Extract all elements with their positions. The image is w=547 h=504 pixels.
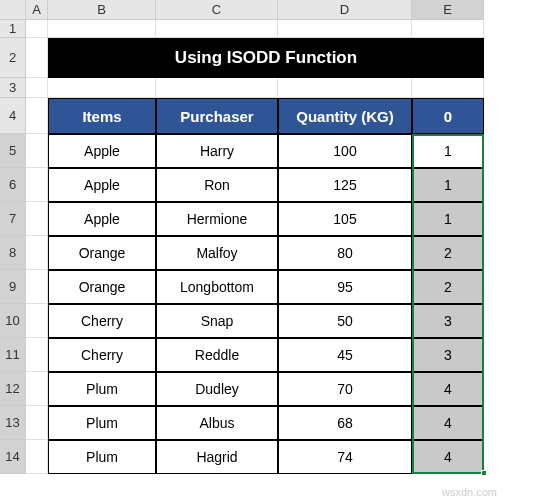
table-row: AppleHarry1001 <box>26 134 484 168</box>
cell-qty[interactable]: 74 <box>278 440 412 474</box>
column-headers: A B C D E <box>0 0 547 20</box>
row-header-14[interactable]: 14 <box>0 440 26 474</box>
cell[interactable] <box>26 20 48 38</box>
cell-purchaser[interactable]: Longbottom <box>156 270 278 304</box>
cell-qty[interactable]: 70 <box>278 372 412 406</box>
cell[interactable] <box>26 168 48 202</box>
cell-purchaser[interactable]: Snap <box>156 304 278 338</box>
cell[interactable] <box>278 20 412 38</box>
cell-idx[interactable]: 1 <box>412 202 484 236</box>
table-row: PlumAlbus684 <box>26 406 484 440</box>
table-row: OrangeLongbottom952 <box>26 270 484 304</box>
cell-qty[interactable]: 105 <box>278 202 412 236</box>
cell-purchaser[interactable]: Harry <box>156 134 278 168</box>
cell[interactable] <box>26 304 48 338</box>
header-quantity[interactable]: Quantity (KG) <box>278 98 412 134</box>
row-header-2[interactable]: 2 <box>0 38 26 78</box>
cell[interactable] <box>26 440 48 474</box>
select-all-corner[interactable] <box>0 0 26 20</box>
cell-idx[interactable]: 4 <box>412 440 484 474</box>
header-items[interactable]: Items <box>48 98 156 134</box>
cell-idx[interactable]: 1 <box>412 168 484 202</box>
row-headers: 1 2 3 4 5 6 7 8 9 10 11 12 13 14 <box>0 20 26 474</box>
cell[interactable] <box>26 236 48 270</box>
cell[interactable] <box>48 20 156 38</box>
cell[interactable] <box>26 78 48 98</box>
cell[interactable] <box>26 372 48 406</box>
table-row: AppleHermione1051 <box>26 202 484 236</box>
table-row: AppleRon1251 <box>26 168 484 202</box>
cell[interactable] <box>26 134 48 168</box>
col-header-a[interactable]: A <box>26 0 48 20</box>
cell[interactable] <box>48 78 156 98</box>
row-header-7[interactable]: 7 <box>0 202 26 236</box>
cell-qty[interactable]: 45 <box>278 338 412 372</box>
row-header-12[interactable]: 12 <box>0 372 26 406</box>
row-header-8[interactable]: 8 <box>0 236 26 270</box>
row-header-3[interactable]: 3 <box>0 78 26 98</box>
cell-qty[interactable]: 68 <box>278 406 412 440</box>
table-row: PlumDudley704 <box>26 372 484 406</box>
cell[interactable] <box>26 406 48 440</box>
cell-purchaser[interactable]: Reddle <box>156 338 278 372</box>
cell-item[interactable]: Plum <box>48 440 156 474</box>
cell-idx[interactable]: 2 <box>412 270 484 304</box>
row-header-13[interactable]: 13 <box>0 406 26 440</box>
col-header-e[interactable]: E <box>412 0 484 20</box>
cell-qty[interactable]: 100 <box>278 134 412 168</box>
cell[interactable] <box>412 20 484 38</box>
cell-idx[interactable]: 4 <box>412 372 484 406</box>
table-row: CherrySnap503 <box>26 304 484 338</box>
row-header-4[interactable]: 4 <box>0 98 26 134</box>
cell-qty[interactable]: 50 <box>278 304 412 338</box>
cell-purchaser[interactable]: Hermione <box>156 202 278 236</box>
cell-idx[interactable]: 3 <box>412 304 484 338</box>
title-cell[interactable]: Using ISODD Function <box>48 38 484 78</box>
row-header-9[interactable]: 9 <box>0 270 26 304</box>
cell-purchaser[interactable]: Malfoy <box>156 236 278 270</box>
cell-item[interactable]: Apple <box>48 202 156 236</box>
cell-qty[interactable]: 125 <box>278 168 412 202</box>
cell-purchaser[interactable]: Dudley <box>156 372 278 406</box>
cell[interactable] <box>26 38 48 78</box>
cell-item[interactable]: Orange <box>48 236 156 270</box>
cell-qty[interactable]: 95 <box>278 270 412 304</box>
row-header-1[interactable]: 1 <box>0 20 26 38</box>
table-row: CherryReddle453 <box>26 338 484 372</box>
header-purchaser[interactable]: Purchaser <box>156 98 278 134</box>
cell-item[interactable]: Plum <box>48 406 156 440</box>
col-header-d[interactable]: D <box>278 0 412 20</box>
cell-item[interactable]: Orange <box>48 270 156 304</box>
cell-idx[interactable]: 2 <box>412 236 484 270</box>
header-idx[interactable]: 0 <box>412 98 484 134</box>
row-header-5[interactable]: 5 <box>0 134 26 168</box>
cell-item[interactable]: Apple <box>48 134 156 168</box>
cell[interactable] <box>156 20 278 38</box>
row-header-11[interactable]: 11 <box>0 338 26 372</box>
cell-idx[interactable]: 3 <box>412 338 484 372</box>
cell[interactable] <box>26 338 48 372</box>
cell-idx[interactable]: 4 <box>412 406 484 440</box>
cell-item[interactable]: Cherry <box>48 338 156 372</box>
spreadsheet: A B C D E 1 2 3 4 5 6 7 8 9 10 11 12 13 … <box>0 0 547 504</box>
cell[interactable] <box>278 78 412 98</box>
cell-purchaser[interactable]: Hagrid <box>156 440 278 474</box>
cell[interactable] <box>26 270 48 304</box>
cell-idx[interactable]: 1 <box>412 134 484 168</box>
cell[interactable] <box>156 78 278 98</box>
cell[interactable] <box>26 202 48 236</box>
cell-item[interactable]: Apple <box>48 168 156 202</box>
cell[interactable] <box>26 98 48 134</box>
col-header-b[interactable]: B <box>48 0 156 20</box>
cell-purchaser[interactable]: Albus <box>156 406 278 440</box>
table-row: PlumHagrid744 <box>26 440 484 474</box>
row-header-6[interactable]: 6 <box>0 168 26 202</box>
cell-item[interactable]: Cherry <box>48 304 156 338</box>
cell[interactable] <box>412 78 484 98</box>
col-header-c[interactable]: C <box>156 0 278 20</box>
cell-qty[interactable]: 80 <box>278 236 412 270</box>
grid-area: Using ISODD Function Items Purchaser Qua… <box>26 20 484 474</box>
cell-item[interactable]: Plum <box>48 372 156 406</box>
row-header-10[interactable]: 10 <box>0 304 26 338</box>
cell-purchaser[interactable]: Ron <box>156 168 278 202</box>
